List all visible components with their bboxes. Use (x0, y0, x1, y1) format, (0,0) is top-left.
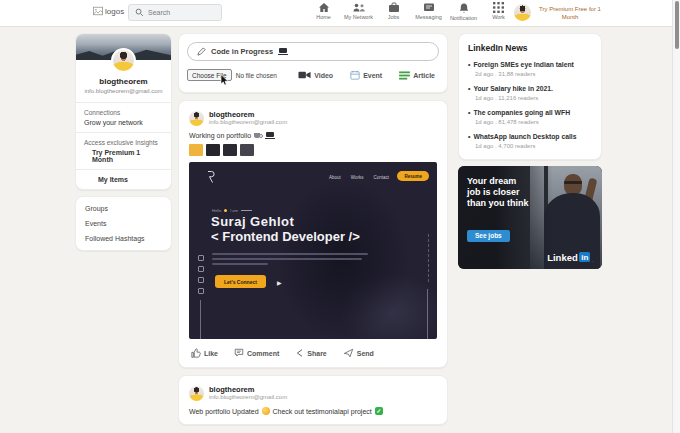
post-author-name[interactable]: blogtheorem (209, 110, 287, 119)
color-palette (189, 144, 437, 156)
profile-email: info.blogtheorem@gmail.com (76, 88, 171, 94)
nav-item-messaging[interactable]: Messaging (411, 2, 446, 21)
comment-button[interactable]: Comment (234, 348, 279, 358)
try-premium-link[interactable]: Try Premium 1 Month (92, 149, 163, 163)
profile-card: blogtheorem info.blogtheorem@gmail.com C… (75, 33, 172, 190)
linkedin-in-icon: in (579, 252, 590, 262)
news-title: LinkedIn News (468, 43, 592, 53)
scrollbar-thumb[interactable] (675, 1, 679, 49)
palette-swatch (240, 144, 254, 156)
post-action-bar: Like Comment Share Send (189, 348, 437, 358)
portfolio-role: < Frontend Developer /> (211, 229, 360, 244)
video-icon (298, 70, 311, 80)
insights-label: Access exclusive Insights (84, 139, 163, 146)
news-item[interactable]: Your Salary hike in 2021. 1d ago . 11,21… (468, 85, 592, 101)
article-icon (399, 71, 410, 80)
portfolio-paragraph (212, 253, 368, 268)
post-composer: Code in Progress Choose File No file cho… (178, 33, 448, 93)
my-items-section[interactable]: My Items (76, 169, 171, 189)
sidebar-item-followed-hashtags[interactable]: Followed Hashtags (76, 231, 171, 246)
sidebar-item-groups[interactable]: Groups (76, 201, 171, 216)
social-icon (198, 288, 204, 294)
portfolio-hello-line: Hello I am (212, 208, 252, 213)
post-image-portfolio[interactable]: About Works Contact Resume Hello I am Su… (189, 162, 437, 339)
share-button[interactable]: Share (295, 348, 326, 358)
laptop-emoji-icon (279, 48, 287, 53)
ad-headline: Your dream job is closer than you think (467, 176, 531, 208)
file-status-text: No file chosen (236, 72, 277, 79)
article-button[interactable]: Article (399, 70, 435, 80)
portfolio-nav: About Works Contact (329, 175, 389, 180)
post-author-avatar[interactable] (189, 386, 204, 401)
premium-link[interactable]: Try Premium Free for 1 Month (536, 5, 604, 21)
party-emoji-icon (262, 407, 270, 415)
primary-nav: Home My Network Jobs Messaging Notificat… (306, 2, 516, 21)
event-button[interactable]: Event (350, 70, 382, 80)
search-input[interactable]: Search (128, 4, 222, 21)
linkedin-clone-app: logos Search Home My Network Jobs Messag… (0, 0, 680, 433)
see-jobs-button[interactable]: See jobs (467, 230, 510, 242)
people-icon (352, 2, 366, 13)
news-item[interactable]: The companies going all WFH 1d ago . 81,… (468, 109, 592, 125)
comment-icon (234, 348, 244, 358)
portfolio-connect-button: Let's Connect (215, 275, 266, 288)
linkedin-logo: Linked in . (547, 252, 593, 263)
sidebar-item-events[interactable]: Events (76, 216, 171, 231)
shortcuts-card: Groups Events Followed Hashtags (75, 196, 172, 251)
video-button[interactable]: Video (298, 70, 333, 80)
search-placeholder: Search (148, 9, 170, 16)
my-items-link[interactable]: My Items (98, 176, 163, 183)
premium-section[interactable]: Access exclusive Insights Try Premium 1 … (76, 132, 171, 169)
profile-avatar[interactable] (111, 48, 136, 73)
post-author-email: info.blogtheorem@gmail.com (209, 394, 287, 401)
social-icon (198, 255, 204, 261)
file-upload-row: Choose File No file chosen Video Event A… (187, 69, 439, 81)
palette-swatch (223, 144, 237, 156)
wave-emoji-icon (224, 209, 227, 212)
logo-text: logos (105, 7, 124, 16)
send-icon (343, 348, 354, 358)
connections-section[interactable]: Connections Grow your network (76, 102, 171, 132)
home-icon (318, 2, 330, 13)
nav-item-notification[interactable]: Notification (446, 2, 481, 21)
navbar-avatar[interactable] (514, 4, 531, 21)
pencil-icon (197, 47, 206, 56)
grow-network-label[interactable]: Grow your network (84, 119, 163, 126)
grid-icon (493, 2, 504, 13)
right-sidebar: LinkedIn News Foreign SMEs eye Indian ta… (458, 33, 602, 269)
post-header: blogtheorem info.blogtheorem@gmail.com (189, 110, 437, 126)
premium-ad-banner[interactable]: Your dream job is closer than you think … (458, 166, 602, 269)
portfolio-logo-icon (206, 171, 215, 183)
send-button[interactable]: Send (343, 348, 374, 358)
check-emoji-icon: ✓ (375, 407, 383, 415)
news-item[interactable]: Foreign SMEs eye Indian talent 2d ago . … (468, 61, 592, 77)
coffee-emoji-icon (254, 133, 260, 138)
briefcase-icon (388, 2, 400, 13)
feed-post-portfolio: blogtheorem info.blogtheorem@gmail.com W… (178, 100, 448, 368)
message-icon (423, 2, 435, 13)
post-author-name[interactable]: blogtheorem (209, 385, 287, 394)
nav-item-jobs[interactable]: Jobs (376, 2, 411, 21)
composer-actions: Video Event Article (298, 70, 435, 80)
page-scrollbar[interactable] (672, 0, 680, 433)
news-item[interactable]: WhatsApp launch Desktop calls 1d ago . 4… (468, 133, 592, 149)
post-input-text: Code in Progress (211, 47, 273, 56)
nav-item-work[interactable]: Work (481, 2, 516, 21)
palette-swatch (206, 144, 220, 156)
like-button[interactable]: Like (191, 348, 218, 358)
ad-person (564, 174, 582, 195)
post-input[interactable]: Code in Progress (187, 42, 439, 61)
connections-label[interactable]: Connections (84, 109, 163, 116)
nav-item-home[interactable]: Home (306, 2, 341, 21)
post-author-avatar[interactable] (189, 111, 204, 126)
profile-name[interactable]: blogtheorem (76, 77, 171, 86)
post-author-email: info.blogtheorem@gmail.com (209, 119, 287, 126)
post-text: Web portfolio Updated Check out testimon… (189, 407, 437, 415)
portfolio-social-icons (198, 255, 204, 294)
nav-item-my-network[interactable]: My Network (341, 2, 376, 21)
broken-image-icon (93, 6, 103, 16)
thumbs-up-icon (191, 348, 201, 358)
social-icon (198, 277, 204, 283)
calendar-icon (350, 70, 360, 80)
arrow-right-icon: ▶ (277, 279, 282, 286)
